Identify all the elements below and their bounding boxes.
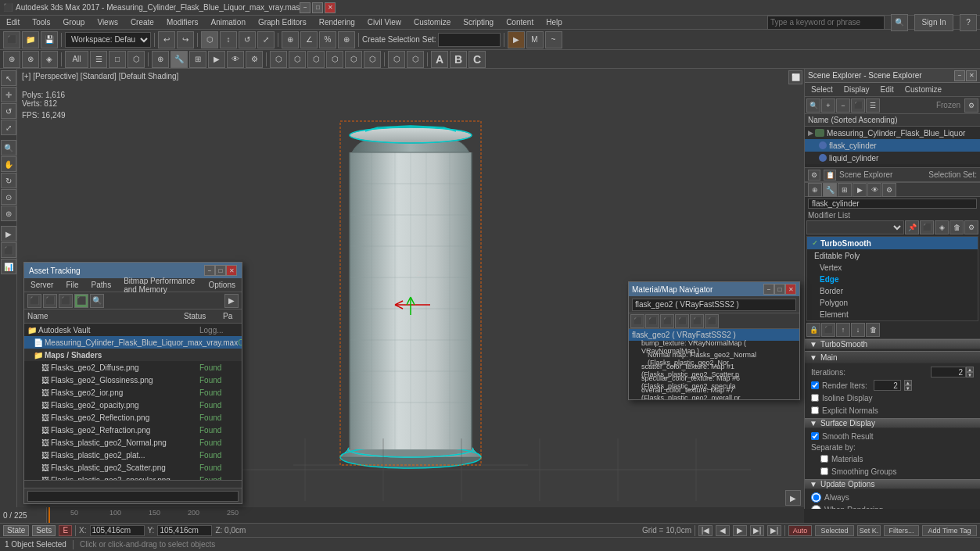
state-button[interactable]: State bbox=[3, 525, 29, 536]
menu-content[interactable]: Content bbox=[503, 18, 537, 27]
at-search-input[interactable] bbox=[27, 491, 239, 502]
at-item-gloss[interactable]: 🖼 Flasks_geo2_Glossiness.png Found bbox=[24, 374, 242, 386]
search-button[interactable]: 🔍 bbox=[891, 14, 908, 31]
at-hscrollbar[interactable] bbox=[24, 480, 242, 488]
iterations-spinner[interactable]: ▲ ▼ bbox=[966, 367, 974, 377]
stack-border[interactable]: Border bbox=[807, 285, 978, 297]
scale-tool[interactable]: ⤢ bbox=[1, 120, 16, 135]
filters-button[interactable]: Filters... bbox=[884, 525, 919, 536]
smoothing-groups-checkbox[interactable] bbox=[820, 467, 828, 475]
at-menu-options[interactable]: Options bbox=[206, 281, 239, 289]
angle-snap-button[interactable]: ∠ bbox=[300, 31, 318, 48]
view-options[interactable]: ⬛ bbox=[1, 242, 16, 258]
menu-scripting[interactable]: Scripting bbox=[460, 18, 497, 27]
mn-item-overall-color[interactable]: overall_color_texture: Map #7 (Flasks_pl… bbox=[629, 388, 799, 399]
create-panel[interactable]: ⊕ bbox=[152, 51, 169, 68]
at-tb-2[interactable]: ⬛ bbox=[43, 294, 57, 308]
stack-edge[interactable]: Edge bbox=[807, 274, 978, 285]
at-item-diffuse[interactable]: 🖼 Flasks_geo2_Diffuse.png Found bbox=[24, 361, 242, 374]
menu-views[interactable]: Views bbox=[94, 18, 121, 27]
explicit-normals-checkbox[interactable] bbox=[811, 406, 819, 414]
at-tb-search[interactable]: 🔍 bbox=[90, 294, 104, 308]
search-input[interactable] bbox=[767, 16, 885, 30]
render-iters-input[interactable] bbox=[874, 380, 901, 391]
menu-animation[interactable]: Animation bbox=[207, 18, 248, 27]
turbosmooth-rollout-header[interactable]: ▼ TurboSmooth bbox=[805, 339, 980, 349]
update-options-rollout[interactable]: ▼ Update Options bbox=[805, 479, 980, 489]
iterations-down[interactable]: ▼ bbox=[966, 372, 974, 377]
when-rendering-radio[interactable] bbox=[811, 505, 821, 510]
display-icon[interactable]: 👁 bbox=[867, 183, 881, 197]
select-button[interactable]: ⬡ bbox=[201, 31, 218, 48]
at-item-ior[interactable]: 🖼 Flasks_geo2_ior.png Found bbox=[24, 386, 242, 399]
mn-minimize[interactable]: − bbox=[763, 284, 774, 295]
help-button[interactable]: ? bbox=[960, 14, 977, 31]
se-footer-btn[interactable]: ⚙ bbox=[808, 170, 820, 181]
spinner-snap-button[interactable]: ⊕ bbox=[338, 31, 355, 48]
menu-rendering[interactable]: Rendering bbox=[316, 18, 358, 27]
always-radio[interactable] bbox=[811, 492, 821, 503]
mn-tb-1[interactable]: ⬛ bbox=[630, 314, 644, 328]
move-tool[interactable]: ✛ bbox=[1, 87, 16, 102]
menu-help[interactable]: Help bbox=[543, 18, 565, 27]
materials-checkbox[interactable] bbox=[820, 455, 828, 463]
layer-manager[interactable]: ⬡ bbox=[388, 51, 405, 68]
se-btn-5[interactable]: ☰ bbox=[866, 98, 880, 113]
menu-edit[interactable]: Edit bbox=[3, 18, 23, 27]
stats-toggle[interactable]: 📊 bbox=[1, 259, 16, 274]
at-tb-next[interactable]: ▶ bbox=[224, 294, 239, 308]
e-button[interactable]: E bbox=[59, 525, 72, 536]
object-name-field[interactable] bbox=[808, 199, 977, 209]
mn-maximize[interactable]: □ bbox=[774, 284, 785, 295]
link-button[interactable]: ⊕ bbox=[3, 51, 20, 68]
mn-tb-2[interactable]: ⬛ bbox=[645, 314, 659, 328]
sets-button[interactable]: Sets bbox=[32, 525, 56, 536]
utilities-panel[interactable]: ⚙ bbox=[246, 51, 263, 68]
mn-tb-6[interactable]: ⬛ bbox=[705, 314, 719, 328]
rectangular-select[interactable]: □ bbox=[109, 51, 126, 68]
place-highlight[interactable]: ⬡ bbox=[326, 51, 343, 68]
at-item-normal[interactable]: 🖼 Flasks_plastic_geo2_Normal.png Found bbox=[24, 436, 242, 449]
mn-tb-3[interactable]: ⬛ bbox=[660, 314, 674, 328]
select-tool[interactable]: ↖ bbox=[1, 70, 16, 86]
remove-modifier-btn[interactable]: 🗑 bbox=[949, 220, 964, 234]
pan-tool[interactable]: ✋ bbox=[1, 156, 16, 172]
se-selection-set-btn[interactable]: 📋 bbox=[824, 170, 836, 181]
at-tb-4[interactable]: ⬛ bbox=[74, 294, 88, 308]
configure-modifier-sets-btn[interactable]: ⚙ bbox=[964, 220, 978, 234]
fov-tool[interactable]: ⊙ bbox=[1, 189, 16, 205]
at-item-refraction[interactable]: 🖼 Flasks_geo2_Refraction.png Found bbox=[24, 424, 242, 436]
render-env-button[interactable]: B bbox=[450, 51, 467, 68]
timeline-track[interactable]: 50 100 150 200 250 bbox=[47, 507, 804, 523]
menu-create[interactable]: Create bbox=[127, 18, 157, 27]
hierarchy-panel[interactable]: ⊞ bbox=[189, 51, 206, 68]
pin-stack-btn[interactable]: 📌 bbox=[905, 220, 919, 234]
create-panel-icon[interactable]: ⊕ bbox=[808, 183, 822, 197]
snap-button[interactable]: ⊕ bbox=[282, 31, 299, 48]
material-editor-button[interactable]: M bbox=[526, 31, 544, 48]
modify-panel[interactable]: 🔧 bbox=[171, 51, 188, 68]
go-start-button[interactable]: |◀ bbox=[698, 525, 713, 536]
align-button[interactable]: ⬡ bbox=[270, 51, 287, 68]
undo-button[interactable]: ↩ bbox=[158, 31, 175, 48]
menu-modifiers[interactable]: Modifiers bbox=[163, 18, 202, 27]
new-file-button[interactable]: ⬛ bbox=[3, 31, 20, 48]
arc-rotate-tool[interactable]: ⊚ bbox=[1, 206, 16, 221]
se-btn-4[interactable]: ⬛ bbox=[851, 98, 865, 113]
mn-close[interactable]: ✕ bbox=[785, 284, 796, 295]
move-down-btn[interactable]: ↓ bbox=[851, 323, 865, 337]
at-item-max-file[interactable]: 📄 Measuring_Cylinder_Flask_Blue_Liquor_m… bbox=[24, 336, 242, 349]
workspace-selector[interactable]: Workspace: Default bbox=[65, 32, 151, 48]
x-input[interactable] bbox=[90, 525, 145, 536]
stack-vertex[interactable]: Vertex bbox=[807, 262, 978, 274]
zoom-tool[interactable]: 🔍 bbox=[1, 140, 16, 156]
iterations-input[interactable] bbox=[931, 367, 966, 377]
se-btn-3[interactable]: − bbox=[836, 98, 850, 113]
render-iters-up[interactable]: ▲ bbox=[904, 380, 912, 385]
at-menu-file[interactable]: File bbox=[63, 281, 81, 289]
capture-button[interactable]: A bbox=[431, 51, 448, 68]
at-item-scatter[interactable]: 🖼 Flasks_plastic_geo2_Scatter.png Found bbox=[24, 461, 242, 474]
se-settings[interactable]: ⚙ bbox=[964, 98, 978, 113]
viewport-maximize[interactable]: ⬜ bbox=[788, 70, 802, 84]
se-btn-1[interactable]: 🔍 bbox=[806, 98, 820, 113]
